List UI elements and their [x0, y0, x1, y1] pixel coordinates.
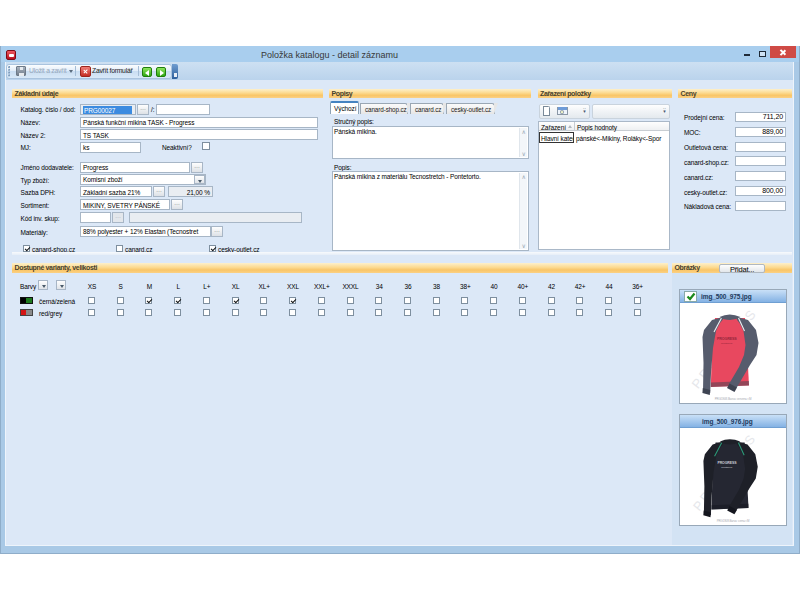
- svg-text:PROGRESS: PROGRESS: [717, 337, 737, 341]
- svg-text:sportswear: sportswear: [721, 342, 732, 345]
- svg-text:PROGRESS: PROGRESS: [717, 461, 737, 465]
- svg-text:sportswear: sportswear: [721, 466, 732, 469]
- svg-text:PRG1909.Barva: cerna r.M: PRG1909.Barva: cerna r.M: [717, 519, 750, 523]
- svg-text:PRG1908.Barva: cervena r.M: PRG1908.Barva: cervena r.M: [715, 397, 752, 401]
